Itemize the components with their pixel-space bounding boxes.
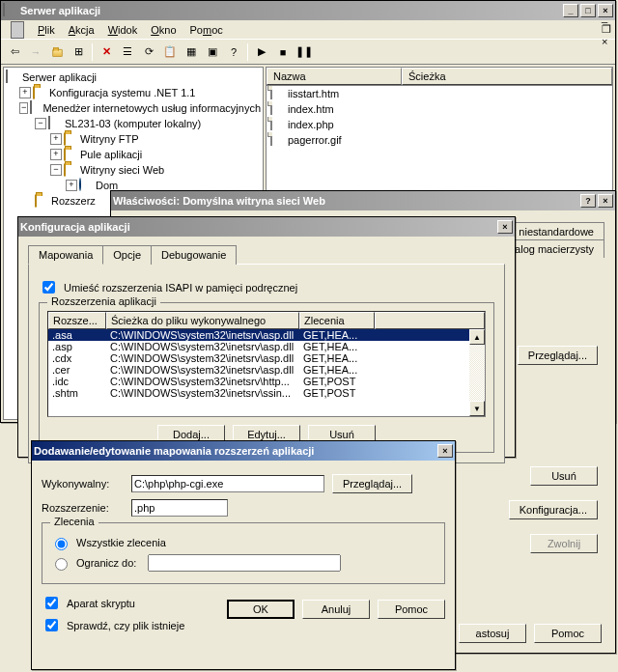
- browse-exec-button[interactable]: Przeglądaj...: [332, 474, 412, 493]
- ext-table[interactable]: Rozsze... Ścieżka do pliku wykonywalnego…: [47, 311, 486, 417]
- lbl-extension: Rozszerzenie:: [42, 502, 124, 514]
- play-button[interactable]: ▶: [252, 42, 271, 62]
- show-hide-button[interactable]: ⊞: [69, 42, 88, 62]
- tab-debug[interactable]: Debugowanie: [151, 245, 237, 265]
- tb-icon-2[interactable]: ▣: [203, 42, 222, 62]
- tab-mappings[interactable]: Mapowania: [28, 245, 103, 265]
- props-help-button[interactable]: ?: [580, 194, 596, 208]
- ext-row[interactable]: .cerC:\WINDOWS\system32\inetsrv\asp.dllG…: [48, 364, 485, 376]
- add-titlebar: Dodawanie/edytowanie mapowania rozszerze…: [32, 441, 455, 461]
- list-item[interactable]: pagerror.gif: [267, 132, 612, 148]
- props-browse-button[interactable]: Przeglądaj...: [518, 346, 598, 365]
- config-title: Konfiguracja aplikacji: [20, 221, 497, 233]
- help-button[interactable]: ?: [224, 42, 243, 62]
- add-title: Dodawanie/edytowanie mapowania rozszerze…: [34, 445, 437, 457]
- col-verbs[interactable]: Zlecenia: [299, 312, 375, 329]
- ext-row[interactable]: .asaC:\WINDOWS\system32\inetsrv\asp.dllG…: [48, 329, 485, 341]
- maximize-button[interactable]: □: [580, 4, 596, 17]
- menu-app-icon: [5, 22, 30, 38]
- add-mapping-dialog: Dodawanie/edytowanie mapowania rozszerze…: [31, 440, 456, 670]
- col-exec-path[interactable]: Ścieżka do pliku wykonywalnego: [106, 312, 299, 329]
- cancel-button[interactable]: Anuluj: [302, 600, 370, 619]
- tree-root[interactable]: Serwer aplikacji: [6, 70, 261, 85]
- help-button[interactable]: Pomoc: [378, 600, 445, 619]
- props-titlebar: Właściwości: Domyślna witryna sieci Web …: [111, 191, 615, 210]
- forward-button[interactable]: →: [26, 42, 45, 62]
- menubar: Plik Akcja Widok Okno Pomoc _ ❐ ×: [1, 20, 615, 40]
- tree-computer[interactable]: −SL231-03 (komputer lokalny): [6, 116, 261, 131]
- list-item[interactable]: index.htm: [267, 101, 612, 117]
- col-ext[interactable]: Rozsze...: [48, 312, 106, 329]
- props-remove-button[interactable]: Usuń: [530, 466, 598, 486]
- ext-row[interactable]: .idcC:\WINDOWS\system32\inetsrv\http...G…: [48, 376, 485, 387]
- tab-options[interactable]: Opcje: [102, 245, 152, 265]
- tb-icon-1[interactable]: ▦: [182, 42, 201, 62]
- stop-button[interactable]: ■: [273, 42, 293, 62]
- menu-action[interactable]: Akcja: [63, 22, 100, 38]
- add-close-button[interactable]: ×: [437, 444, 453, 458]
- ext-row[interactable]: .cdxC:\WINDOWS\system32\inetsrv\asp.dllG…: [48, 352, 485, 364]
- input-limit-verbs[interactable]: [148, 554, 341, 572]
- main-titlebar: Serwer aplikacji _ □ ×: [1, 1, 615, 20]
- props-title: Właściwości: Domyślna witryna sieci Web: [113, 195, 580, 207]
- menu-help[interactable]: Pomoc: [184, 22, 229, 38]
- lbl-executable: Wykonywalny:: [42, 478, 124, 490]
- scroll-down-button[interactable]: ▼: [469, 401, 485, 416]
- minimize-button[interactable]: _: [563, 4, 578, 17]
- app-icon: [3, 4, 16, 17]
- chk-script-engine[interactable]: [45, 597, 58, 609]
- back-button[interactable]: ⇦: [5, 42, 24, 62]
- menu-file[interactable]: Plik: [32, 22, 61, 38]
- props-close-button[interactable]: ×: [598, 194, 613, 208]
- props-config-button[interactable]: Konfiguracja...: [509, 500, 598, 519]
- col-path[interactable]: Ścieżka: [402, 68, 612, 85]
- export-button[interactable]: 📋: [160, 42, 180, 62]
- input-executable[interactable]: [131, 475, 324, 492]
- props-help-button2[interactable]: Pomoc: [534, 624, 602, 643]
- col-name[interactable]: Nazwa: [267, 68, 402, 85]
- radio-limit-verbs[interactable]: [55, 558, 68, 571]
- tree-ftp[interactable]: +Witryny FTP: [6, 131, 261, 147]
- input-extension[interactable]: [131, 499, 228, 517]
- ext-scrollbar[interactable]: ▲ ▼: [469, 329, 485, 416]
- ok-button[interactable]: OK: [227, 600, 295, 619]
- up-button[interactable]: [47, 42, 67, 62]
- menu-view[interactable]: Widok: [102, 22, 144, 38]
- mdi-close-button[interactable]: ×: [602, 36, 611, 47]
- config-close-button[interactable]: ×: [497, 220, 513, 234]
- config-dialog: Konfiguracja aplikacji × Mapowania Opcje…: [17, 216, 516, 458]
- main-title: Serwer aplikacji: [20, 5, 563, 16]
- list-item[interactable]: iisstart.htm: [267, 86, 612, 101]
- scroll-up-button[interactable]: ▲: [469, 329, 485, 345]
- mdi-restore-button[interactable]: ❐: [602, 23, 611, 36]
- gbox-verbs: Zlecenia Wszystkie zlecenia Ogranicz do:: [42, 522, 445, 584]
- properties-button[interactable]: ☰: [118, 42, 137, 62]
- list-item[interactable]: index.php: [267, 117, 612, 132]
- ext-row[interactable]: .aspC:\WINDOWS\system32\inetsrv\asp.dllG…: [48, 341, 485, 352]
- props-release-button: Zwolnij: [530, 534, 598, 553]
- props-apply-button[interactable]: astosuj: [459, 624, 526, 643]
- gbox-extensions: Rozszerzenia aplikacji Rozsze... Ścieżka…: [39, 302, 494, 453]
- col-spacer: [375, 312, 485, 329]
- menu-window[interactable]: Okno: [145, 22, 182, 38]
- ext-row[interactable]: .shtmC:\WINDOWS\system32\inetsrv\ssin...…: [48, 387, 485, 399]
- chk-cache-isapi[interactable]: [42, 281, 55, 294]
- tree-websites[interactable]: −Witryny sieci Web: [6, 162, 261, 178]
- chk-file-exists[interactable]: [45, 619, 58, 631]
- tree-iis-manager[interactable]: −Menedżer internetowych usług informacyj…: [6, 100, 261, 116]
- config-titlebar: Konfiguracja aplikacji ×: [18, 217, 515, 237]
- refresh-button[interactable]: ⟳: [139, 42, 158, 62]
- pause-button[interactable]: ❚❚: [295, 42, 314, 62]
- toolbar: ⇦ → ⊞ ✕ ☰ ⟳ 📋 ▦ ▣ ? ▶ ■ ❚❚: [1, 40, 615, 65]
- delete-button[interactable]: ✕: [97, 42, 116, 62]
- radio-all-verbs[interactable]: [55, 538, 68, 550]
- tree-app-pools[interactable]: +Pule aplikacji: [6, 147, 261, 162]
- tree-net-config[interactable]: +Konfiguracja systemu .NET 1.1: [6, 85, 261, 100]
- mdi-minimize-button[interactable]: _: [602, 12, 611, 23]
